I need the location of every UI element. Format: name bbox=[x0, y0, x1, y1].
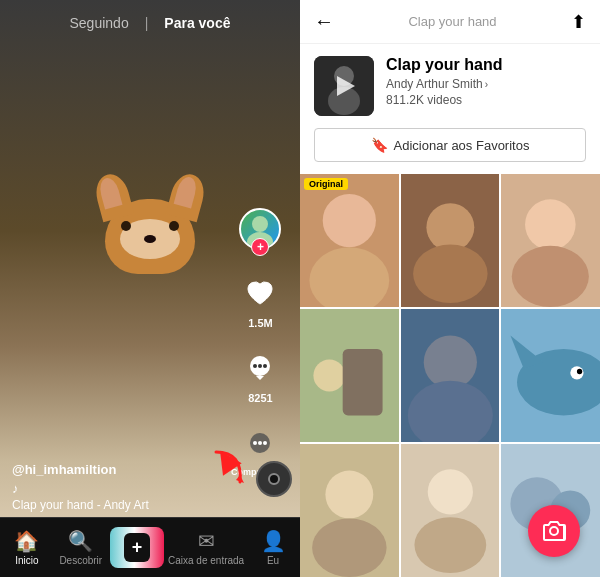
tab-inbox-label: Caixa de entrada bbox=[168, 555, 244, 566]
grid-item-4[interactable] bbox=[300, 309, 399, 442]
svg-point-4 bbox=[258, 364, 262, 368]
sound-video-count: 811.2K videos bbox=[386, 93, 586, 107]
inbox-icon: ✉ bbox=[198, 529, 215, 553]
svg-point-0 bbox=[252, 216, 268, 232]
video-content bbox=[60, 199, 240, 399]
svg-point-19 bbox=[426, 203, 474, 251]
music-disc bbox=[256, 461, 292, 497]
svg-point-3 bbox=[253, 364, 257, 368]
grid-item-1[interactable]: Original bbox=[300, 174, 399, 307]
svg-point-23 bbox=[512, 246, 589, 307]
svg-point-34 bbox=[577, 369, 582, 374]
svg-point-8 bbox=[253, 441, 257, 445]
sound-info-section: Clap your hand Andy Arthur Smith › 811.2… bbox=[300, 44, 600, 128]
top-navigation: Seguindo | Para você bbox=[0, 15, 300, 31]
svg-point-36 bbox=[325, 471, 373, 519]
comment-count: 8251 bbox=[248, 392, 272, 404]
bottom-user-info: @hi_imhamiltion ♪ Clap your hand - Andy … bbox=[12, 462, 240, 512]
original-badge: Original bbox=[304, 178, 348, 190]
sound-details: Clap your hand Andy Arthur Smith › 811.2… bbox=[386, 56, 586, 107]
back-button[interactable]: ← bbox=[314, 10, 334, 33]
nav-for-you[interactable]: Para você bbox=[164, 15, 230, 31]
tab-discover[interactable]: 🔍 Descobrir bbox=[56, 529, 106, 566]
grid-item-5[interactable] bbox=[401, 309, 500, 442]
sound-artist: Andy Arthur Smith › bbox=[386, 77, 586, 91]
camera-icon bbox=[541, 518, 567, 544]
sound-header-title: Clap your hand bbox=[408, 14, 496, 29]
grid-item-3[interactable] bbox=[501, 174, 600, 307]
sound-name: Clap your hand bbox=[386, 56, 586, 74]
creator-avatar[interactable]: + bbox=[239, 208, 281, 250]
comment-button[interactable]: 8251 bbox=[239, 347, 281, 404]
artist-arrow-icon: › bbox=[485, 79, 488, 90]
bookmark-icon: 🔖 bbox=[371, 137, 388, 153]
svg-point-10 bbox=[263, 441, 267, 445]
svg-point-5 bbox=[263, 364, 267, 368]
video-background: Seguindo | Para você bbox=[0, 0, 300, 577]
like-button[interactable]: 1.5M bbox=[239, 272, 281, 329]
svg-point-39 bbox=[427, 469, 472, 514]
tab-profile-label: Eu bbox=[267, 555, 279, 566]
follow-plus[interactable]: + bbox=[251, 238, 269, 256]
right-panel: ← Clap your hand ⬆ Clap your hand Andy A… bbox=[300, 0, 600, 577]
add-favorite-button[interactable]: 🔖 Adicionar aos Favoritos bbox=[314, 128, 586, 162]
nav-following[interactable]: Seguindo bbox=[70, 15, 129, 31]
sound-thumbnail bbox=[314, 56, 374, 116]
tab-inbox[interactable]: ✉ Caixa de entrada bbox=[168, 529, 244, 566]
bottom-tab-bar: 🏠 Inicio 🔍 Descobrir + ✉ Caixa de entrad… bbox=[0, 517, 300, 577]
like-count: 1.5M bbox=[248, 317, 272, 329]
tab-add[interactable]: + bbox=[110, 527, 165, 568]
svg-point-22 bbox=[525, 199, 576, 250]
grid-item-7[interactable] bbox=[300, 444, 399, 577]
svg-point-40 bbox=[414, 517, 486, 573]
tab-discover-label: Descobrir bbox=[59, 555, 102, 566]
tab-home-label: Inicio bbox=[15, 555, 38, 566]
grid-item-6[interactable] bbox=[501, 309, 600, 442]
action-icons: + 1.5M bbox=[231, 208, 290, 477]
svg-point-28 bbox=[423, 336, 476, 389]
username: @hi_imhamiltion bbox=[12, 462, 240, 477]
sound-header: ← Clap your hand ⬆ bbox=[300, 0, 600, 44]
tab-profile[interactable]: 👤 Eu bbox=[248, 529, 298, 566]
nav-divider: | bbox=[145, 15, 149, 31]
camera-fab-button[interactable] bbox=[528, 505, 580, 557]
svg-point-25 bbox=[313, 360, 345, 392]
tab-home[interactable]: 🏠 Inicio bbox=[2, 529, 52, 566]
left-panel: Seguindo | Para você bbox=[0, 0, 300, 577]
favorite-label: Adicionar aos Favoritos bbox=[394, 138, 530, 153]
song-info: Clap your hand - Andy Art bbox=[12, 498, 240, 512]
home-icon: 🏠 bbox=[14, 529, 39, 553]
svg-rect-26 bbox=[343, 349, 383, 416]
profile-icon: 👤 bbox=[261, 529, 286, 553]
grid-item-8[interactable] bbox=[401, 444, 500, 577]
add-icon: + bbox=[124, 533, 151, 562]
svg-point-37 bbox=[312, 518, 386, 577]
header-share-icon[interactable]: ⬆ bbox=[571, 11, 586, 33]
svg-point-20 bbox=[413, 244, 487, 303]
tiktok-logo-icon: ♪ bbox=[12, 481, 19, 496]
svg-marker-6 bbox=[256, 376, 264, 380]
grid-item-2[interactable] bbox=[401, 174, 500, 307]
svg-point-16 bbox=[323, 194, 376, 247]
discover-icon: 🔍 bbox=[68, 529, 93, 553]
svg-point-9 bbox=[258, 441, 262, 445]
